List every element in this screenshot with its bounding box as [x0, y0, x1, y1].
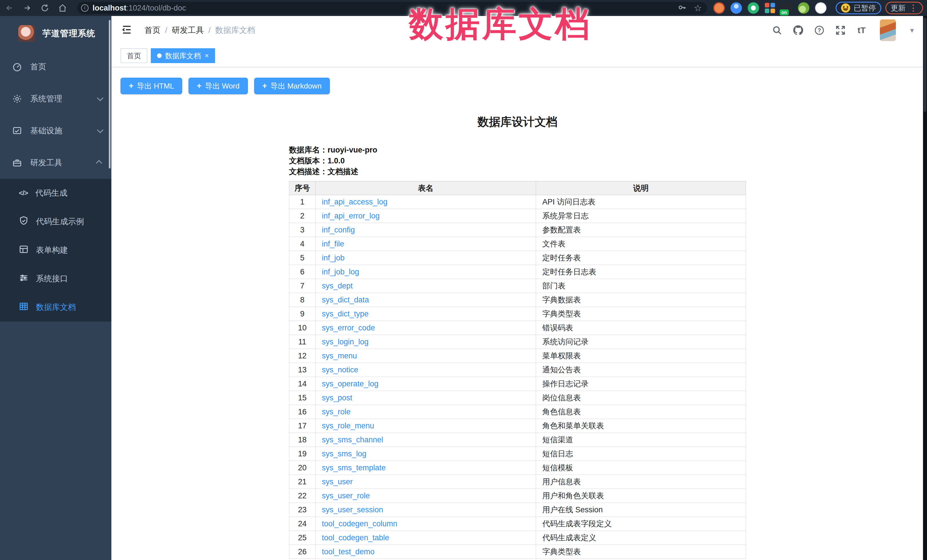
sliders-icon — [19, 273, 29, 285]
breadcrumb-devtools[interactable]: 研发工具 — [172, 25, 204, 36]
sidebar-item-db-doc[interactable]: 数据库文档 — [0, 293, 111, 322]
table-name-link[interactable]: sys_user_role — [322, 492, 370, 500]
table-name-link[interactable]: sys_role_menu — [322, 422, 374, 430]
doc-meta-line: 数据库名：ruoyi-vue-pro — [289, 144, 746, 155]
search-icon[interactable] — [771, 24, 783, 36]
table-row: 10sys_error_code错误码表 — [289, 321, 746, 335]
table-name-link[interactable]: tool_codegen_table — [322, 533, 389, 542]
extension-icon-1[interactable] — [713, 2, 725, 14]
table-name-link[interactable]: sys_notice — [322, 366, 359, 374]
table-name-link[interactable]: tool_codegen_column — [322, 519, 397, 528]
doc-meta: 数据库名：ruoyi-vue-pro 文档版本：1.0.0 文档描述：文档描述 — [289, 144, 746, 177]
help-icon[interactable]: ? — [814, 24, 825, 36]
extension-icon-2[interactable] — [731, 2, 742, 14]
export-html-button[interactable]: + 导出 HTML — [120, 78, 182, 94]
cell-index: 3 — [289, 223, 316, 237]
table-name-link[interactable]: tool_test_demo — [322, 548, 375, 556]
cell-table-name: sys_sms_log — [316, 447, 536, 461]
table-name-link[interactable]: inf_job_log — [322, 267, 359, 276]
table-name-link[interactable]: sys_sms_log — [322, 449, 366, 458]
table-name-link[interactable]: sys_post — [322, 393, 353, 402]
scrollbar-thumb[interactable] — [924, 18, 926, 112]
tags-view-bar: 首页 数据库文档 × — [111, 44, 927, 67]
github-icon[interactable] — [792, 24, 804, 36]
table-row: 25tool_codegen_table代码生成表定义 — [289, 531, 746, 545]
sidebar-item-label: 基础设施 — [30, 125, 62, 136]
sidebar-item-form-builder[interactable]: 表单构建 — [0, 236, 111, 264]
page-scrollbar[interactable] — [923, 16, 927, 560]
table-name-link[interactable]: sys_dict_type — [322, 310, 369, 318]
col-description: 说明 — [536, 181, 746, 195]
shield-check-icon — [19, 216, 29, 228]
tab-home[interactable]: 首页 — [120, 48, 147, 63]
extension-icon-3[interactable] — [748, 2, 759, 14]
sidebar-logo-row[interactable]: 芋道管理系统 — [0, 16, 111, 51]
cell-table-name: sys_operate_log — [316, 377, 536, 391]
col-table-name: 表名 — [316, 181, 536, 195]
sidebar-item-system-api[interactable]: 系统接口 — [0, 264, 111, 293]
tab-db-doc[interactable]: 数据库文档 × — [151, 48, 215, 63]
url-bar[interactable]: i localhost:1024/tool/db-doc ☆ — [77, 2, 707, 14]
password-key-icon[interactable] — [678, 3, 686, 13]
reload-icon[interactable] — [40, 3, 50, 13]
table-name-link[interactable]: inf_job — [322, 253, 345, 262]
table-name-link[interactable]: sys_operate_log — [322, 379, 378, 388]
url-path: :1024/tool/db-doc — [126, 4, 186, 12]
sidebar-item-system[interactable]: 系统管理 — [0, 83, 111, 115]
devtools-submenu: </> 代码生成 代码生成示例 表单构建 — [0, 179, 111, 322]
table-name-link[interactable]: sys_dept — [322, 282, 353, 290]
sidebar-scrollbar[interactable] — [109, 20, 111, 168]
paused-label: 已暂停 — [854, 3, 876, 13]
font-size-icon[interactable]: tT — [856, 24, 867, 36]
cell-description: 字典类型表 — [536, 545, 746, 559]
extension-icon-7[interactable] — [815, 2, 827, 14]
tab-close-icon[interactable]: × — [205, 52, 209, 59]
chevron-down-icon — [97, 95, 104, 102]
breadcrumb-home[interactable]: 首页 — [144, 25, 161, 36]
browser-update-chip[interactable]: 更新 ⋮ — [885, 2, 923, 14]
table-name-link[interactable]: sys_sms_template — [322, 463, 386, 472]
table-row: 15sys_post岗位信息表 — [289, 391, 746, 405]
table-row: 7sys_dept部门表 — [289, 279, 746, 293]
extension-icon-5[interactable]: on — [781, 2, 792, 14]
cell-description: 短信渠道 — [536, 433, 746, 447]
table-name-link[interactable]: sys_login_log — [322, 338, 369, 346]
paused-extension-chip[interactable]: 已暂停 — [836, 2, 881, 14]
table-name-link[interactable]: sys_role — [322, 408, 351, 416]
table-name-link[interactable]: inf_file — [322, 240, 344, 248]
table-name-link[interactable]: sys_error_code — [322, 323, 375, 332]
cell-index: 23 — [289, 503, 316, 517]
browser-menu-icon[interactable]: ⋮ — [909, 4, 918, 12]
table-name-link[interactable]: inf_api_error_log — [322, 212, 380, 220]
table-header-row: 序号 表名 说明 — [289, 181, 746, 195]
table-name-link[interactable]: sys_menu — [322, 352, 357, 360]
sidebar-item-home[interactable]: 首页 — [0, 51, 111, 83]
user-avatar[interactable] — [880, 20, 896, 41]
extension-icon-4[interactable] — [765, 3, 775, 13]
page-info-icon[interactable]: i — [81, 4, 88, 12]
extension-icon-6[interactable] — [798, 2, 809, 14]
sidebar-item-codegen-demo[interactable]: 代码生成示例 — [0, 207, 111, 236]
table-name-link[interactable]: sys_sms_channel — [322, 436, 383, 444]
bookmark-star-icon[interactable]: ☆ — [694, 3, 702, 12]
fullscreen-icon[interactable] — [835, 24, 846, 36]
cell-index: 17 — [289, 419, 316, 433]
cell-table-name: sys_role — [316, 405, 536, 419]
table-name-link[interactable]: sys_dict_data — [322, 296, 369, 304]
table-row: 23sys_user_session用户在线 Session — [289, 503, 746, 517]
table-name-link[interactable]: sys_user — [322, 478, 353, 486]
table-name-link[interactable]: inf_config — [322, 226, 355, 234]
cell-description: 定时任务表 — [536, 251, 746, 265]
table-name-link[interactable]: inf_api_access_log — [322, 197, 388, 206]
sidebar-collapse-icon[interactable] — [121, 24, 132, 36]
table-name-link[interactable]: sys_user_session — [322, 505, 383, 514]
forward-icon[interactable] — [22, 3, 32, 13]
sidebar-item-devtools[interactable]: 研发工具 — [0, 147, 111, 179]
dashboard-icon — [12, 62, 22, 72]
user-menu-caret-icon[interactable]: ▾ — [910, 26, 914, 35]
sidebar-item-codegen[interactable]: </> 代码生成 — [0, 179, 111, 207]
home-icon[interactable] — [58, 3, 67, 13]
export-word-button[interactable]: + 导出 Word — [188, 78, 248, 94]
back-icon[interactable] — [5, 3, 14, 13]
sidebar-item-infra[interactable]: 基础设施 — [0, 115, 111, 147]
